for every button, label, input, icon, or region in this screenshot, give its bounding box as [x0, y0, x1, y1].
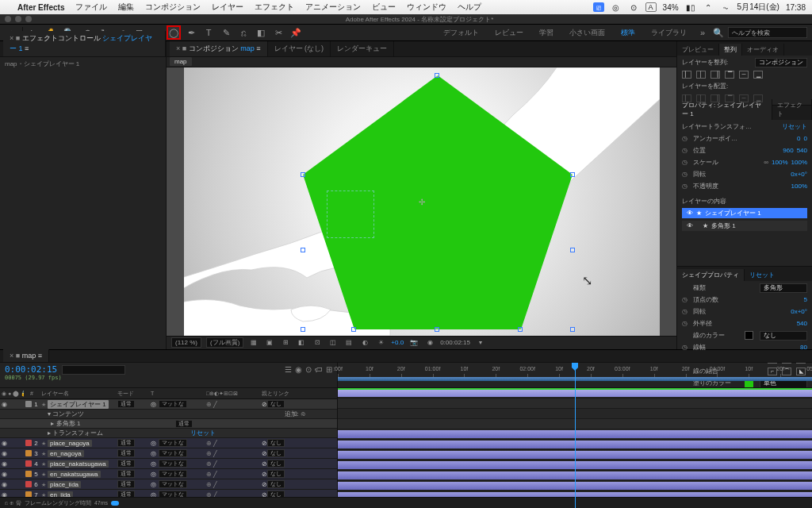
status-icon-3[interactable]: ⊙: [628, 2, 639, 12]
bbox-handle-w[interactable]: [301, 248, 305, 252]
snapshot-icon[interactable]: 📷: [408, 339, 419, 346]
toggle-guides-icon[interactable]: ⊞: [280, 339, 291, 346]
tab-shape-properties[interactable]: シェイププロパティ: [677, 269, 745, 281]
link-icon[interactable]: ∞: [764, 159, 768, 166]
exposure-icon[interactable]: ☀: [375, 339, 386, 346]
window-controls[interactable]: [5, 16, 32, 22]
tl-icon-shy[interactable]: ☰: [285, 365, 292, 374]
workspace-chevron-icon[interactable]: »: [696, 26, 709, 39]
workspace-standard[interactable]: 標準: [615, 26, 642, 40]
timeline-search-input[interactable]: [62, 365, 125, 375]
toggle-alpha-icon[interactable]: ▦: [248, 339, 259, 346]
ellipse-shape-tool-icon[interactable]: ◯: [167, 26, 180, 39]
zoom-dropdown[interactable]: (112 %): [171, 337, 201, 348]
app-menu[interactable]: After Effects: [17, 3, 64, 12]
tab-composition[interactable]: × ■ コンポジション map ≡: [170, 41, 268, 56]
menu-edit[interactable]: 編集: [118, 2, 134, 13]
wifi-icon[interactable]: ⌃: [703, 2, 714, 12]
menu-composition[interactable]: コンポジション: [145, 2, 201, 13]
tab-preview[interactable]: プレビュー: [677, 44, 719, 56]
layer-row-1[interactable]: ◉ 1 シェイプレイヤー 1 通常 ◎ マットな ⊕ ╱ ⊘ なし: [0, 399, 337, 410]
menubar-date[interactable]: 5月14日(金): [737, 2, 779, 13]
workspace-default[interactable]: デフォルト: [437, 26, 485, 40]
layer-row-3[interactable]: ◉ 3 en_nagoya 通常 ◎ マットな ⊕ ╱ ⊘ なし: [0, 448, 337, 459]
tab-render-queue[interactable]: レンダーキュー: [331, 41, 394, 56]
control-center-icon[interactable]: ⏦: [720, 2, 731, 12]
tab-effects[interactable]: エフェクト: [772, 99, 812, 120]
comp-pill[interactable]: map: [170, 57, 192, 66]
input-source-icon[interactable]: A: [645, 2, 657, 12]
tl-icon-blur[interactable]: ⊙: [305, 365, 312, 374]
bbox-handle-ne[interactable]: [570, 172, 575, 177]
tab-audio[interactable]: オーディオ: [742, 44, 784, 56]
layer-row-5[interactable]: ◉ 5 en_nakatsugawa 通常 ◎ マットな ⊕ ╱ ⊘ なし: [0, 469, 337, 479]
menu-effect[interactable]: エフェクト: [255, 2, 294, 13]
clone-tool-icon[interactable]: ⎌: [237, 26, 250, 39]
layer-row-4[interactable]: ◉ 4 place_nakatsugawa 通常 ◎ マットな ⊕ ╱ ⊘ なし: [0, 459, 337, 469]
bbox-handle-e[interactable]: [570, 248, 575, 252]
tl-icon-graph[interactable]: ⊞: [326, 365, 332, 374]
track-area[interactable]: [338, 388, 812, 497]
color-icon[interactable]: ◐: [359, 339, 370, 346]
prop-polygon[interactable]: ▸ 多角形 1通常: [0, 419, 337, 429]
exposure-value[interactable]: +0.0: [391, 339, 404, 346]
toggle-mask-icon[interactable]: ▣: [264, 339, 275, 346]
content-layer-row[interactable]: 👁★シェイプレイヤー 1: [682, 208, 807, 218]
menu-layer[interactable]: レイヤー: [212, 2, 243, 13]
bbox-handle-s3[interactable]: [351, 327, 356, 332]
menu-file[interactable]: ファイル: [75, 2, 107, 13]
resolution-dropdown[interactable]: (フル画質): [206, 337, 243, 348]
playhead-line[interactable]: [575, 388, 576, 497]
eraser-tool-icon[interactable]: ◧: [255, 26, 267, 39]
search-icon[interactable]: 🔍: [712, 26, 725, 39]
transparency-icon[interactable]: ▤: [343, 339, 354, 346]
anchor-point-icon[interactable]: ✢: [419, 197, 425, 206]
tab-properties[interactable]: プロパティ: シェイプレイヤー 1: [677, 99, 772, 120]
composition-canvas[interactable]: ✢ ⤡: [184, 67, 660, 336]
workspace-library[interactable]: ライブラリ: [645, 26, 693, 40]
toggle-channel-icon[interactable]: ◧: [296, 339, 307, 346]
tab-layer-none[interactable]: レイヤー (なし): [268, 41, 331, 56]
show-snapshot-icon[interactable]: ◉: [424, 339, 435, 346]
current-timecode[interactable]: 0:00:02:15: [5, 364, 57, 375]
bbox-handle-se[interactable]: [570, 327, 575, 332]
bbox-handle-n[interactable]: [435, 73, 439, 78]
points-value[interactable]: 5: [804, 296, 807, 303]
stopwatch-icon[interactable]: ◷: [682, 135, 690, 142]
layer-row-7[interactable]: ◉ 7 en_iida 通常 ◎ マットな ⊕ ╱ ⊘ なし: [0, 490, 337, 497]
bbox-handle-sw[interactable]: [301, 327, 305, 332]
workspace-learn[interactable]: 学習: [533, 26, 560, 40]
toggle-switches-icon[interactable]: ⎌ ⊕ 骨: [5, 499, 21, 507]
bbox-handle-s2[interactable]: [518, 327, 523, 332]
content-shape-row[interactable]: 👁★多角形 1: [682, 221, 807, 231]
roi-icon[interactable]: ◫: [327, 339, 339, 346]
menu-help[interactable]: ヘルプ: [458, 2, 481, 13]
brush-tool-icon[interactable]: ✎: [220, 26, 232, 39]
timeline-tab-map[interactable]: × ■ map ≡: [3, 349, 49, 362]
type-tool-icon[interactable]: T: [202, 26, 215, 39]
workspace-small[interactable]: 小さい画面: [563, 26, 611, 40]
menu-window[interactable]: ウィンドウ: [407, 2, 446, 13]
tl-icon-frame[interactable]: 🏷: [315, 365, 323, 374]
transform-reset[interactable]: リセット: [782, 122, 807, 131]
status-icon-1[interactable]: ⎚: [593, 2, 604, 12]
shape-reset[interactable]: リセット: [745, 269, 779, 281]
viewer-timecode[interactable]: 0:00:02:15: [440, 339, 470, 346]
pen-tool-icon[interactable]: ✒: [185, 26, 197, 39]
layer-row-2[interactable]: ◉ 2 place_nagoya 通常 ◎ マットな ⊕ ╱ ⊘ なし: [0, 438, 337, 448]
stroke-dropdown[interactable]: なし: [760, 331, 807, 341]
tab-align[interactable]: 整列: [719, 44, 742, 56]
bbox-handle-s[interactable]: [435, 327, 439, 332]
workspace-review[interactable]: レビュー: [488, 26, 530, 40]
tab-effect-controls[interactable]: × ■ エフェクトコントロール シェイプレイヤー 1 ≡: [3, 31, 166, 56]
shape-type-dropdown[interactable]: 多角形: [760, 283, 807, 293]
battery-icon[interactable]: ▮▯: [685, 2, 696, 12]
composition-viewer[interactable]: ✢ ⤡: [167, 67, 676, 336]
bbox-handle-nw[interactable]: [301, 172, 305, 177]
layer-row-6[interactable]: ◉ 6 place_iida 通常 ◎ マットな ⊕ ╱ ⊘ なし: [0, 479, 337, 490]
roto-tool-icon[interactable]: ✂: [272, 26, 285, 39]
help-search-input[interactable]: ヘルプを検索: [728, 27, 807, 38]
prop-transform[interactable]: ▸ トランスフォームリセット: [0, 429, 337, 438]
time-ruler[interactable]: :00f10f20f01:00f10f20f02:00f10f20f03:00f…: [338, 363, 812, 387]
status-icon-2[interactable]: ◎: [611, 2, 622, 12]
